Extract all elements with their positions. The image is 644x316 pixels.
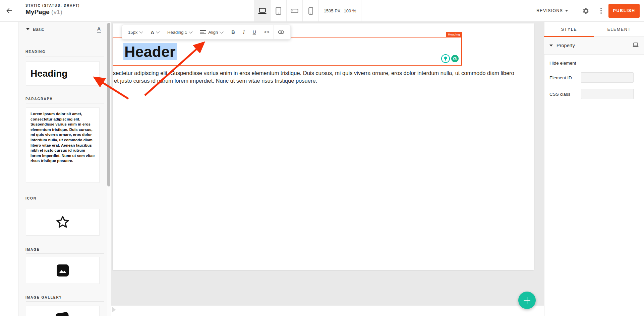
italic-button[interactable]: I	[239, 25, 249, 40]
assistant-badges: G	[441, 54, 459, 63]
widget-card-icon[interactable]	[26, 209, 100, 236]
tab-style[interactable]: STYLE	[544, 22, 594, 37]
widget-label-icon: ICON	[25, 196, 37, 200]
divider	[26, 301, 104, 302]
arrow-left-icon	[6, 8, 13, 14]
more-options-button[interactable]	[595, 0, 607, 21]
chevron-down-icon	[156, 30, 160, 33]
gear-icon	[582, 7, 589, 14]
text-style-dropdown[interactable]: Heading 1	[163, 25, 196, 40]
next-block-strip	[111, 306, 544, 316]
text-color-icon: A	[151, 29, 154, 35]
property-section-header[interactable]: Property	[544, 37, 644, 55]
grammarly-icon[interactable]: G	[451, 54, 459, 63]
chevron-down-icon	[220, 30, 224, 33]
widget-card-image-gallery[interactable]	[26, 306, 100, 316]
widgets-kit-header[interactable]: Basic A	[19, 22, 107, 36]
element-id-input[interactable]	[581, 72, 634, 83]
widget-label-heading: HEADING	[25, 50, 46, 54]
css-class-label: CSS class	[549, 92, 570, 97]
page-name: MyPage	[25, 8, 50, 15]
heading-widget-preview: Heading	[26, 62, 99, 85]
divider	[26, 253, 104, 254]
align-lines-icon	[200, 30, 206, 34]
mobile-landscape-icon	[291, 9, 298, 13]
page-status: STATIC (STATUS: DRAFT)	[25, 4, 80, 7]
inspector-tabs: STYLE ELEMENT	[544, 22, 644, 37]
align-dropdown[interactable]: Align	[196, 25, 227, 40]
lightbulb-glyph	[444, 56, 448, 61]
plus-icon	[527, 297, 527, 304]
caret-down-icon	[565, 10, 568, 12]
image-icon	[56, 264, 69, 277]
divider	[26, 203, 104, 203]
device-mobile-button[interactable]	[303, 0, 319, 21]
device-mobile-landscape-button[interactable]	[287, 0, 303, 21]
heading-text[interactable]: Header	[123, 40, 177, 64]
page-title-block: STATIC (STATUS: DRAFT) MyPage (v1)	[25, 4, 80, 16]
kit-name: Basic	[33, 27, 44, 32]
widget-card-paragraph[interactable]: Lorem ipsum dolor sit amet, consectetur …	[26, 107, 100, 183]
css-class-input[interactable]	[581, 89, 634, 99]
selected-heading-element[interactable]: Heading Header G	[113, 37, 462, 66]
device-scope-icon[interactable]	[633, 43, 639, 49]
widget-label-image: IMAGE	[25, 248, 40, 251]
text-format-toolbar: 15px A Heading 1 Align B I U <>	[122, 25, 291, 40]
page-title: MyPage (v1)	[25, 8, 80, 16]
widget-card-image[interactable]	[26, 257, 100, 284]
viewport-width: 1505 PX	[324, 8, 341, 13]
page-paragraph[interactable]: sectetur adipiscing elit. Suspendisse va…	[113, 69, 514, 84]
widget-label-paragraph: PARAGRAPH	[25, 97, 53, 101]
revisions-dropdown[interactable]: REVISIONS	[528, 0, 576, 21]
typography-icon[interactable]: A	[97, 26, 101, 32]
widget-label-image-gallery: IMAGE GALLERY	[25, 296, 62, 299]
kebab-menu-icon	[600, 8, 602, 14]
editor-window: sectetur adipiscing elit. Suspendisse va…	[0, 0, 644, 316]
text-color-dropdown[interactable]: A	[147, 25, 163, 40]
underline-button[interactable]: U	[249, 25, 260, 40]
code-button[interactable]: <>	[260, 25, 274, 40]
align-label: Align	[208, 30, 218, 35]
tablet-icon	[276, 7, 281, 15]
left-icon-rail	[0, 22, 19, 316]
add-block-button[interactable]	[518, 292, 536, 309]
device-desktop-button[interactable]	[254, 0, 271, 21]
image-gallery-icon	[55, 312, 71, 316]
page-version: (v1)	[51, 8, 62, 15]
font-size-dropdown[interactable]: 15px	[124, 25, 147, 40]
font-size-value: 15px	[128, 30, 137, 35]
star-icon	[55, 215, 70, 230]
expand-chevron-icon[interactable]	[112, 307, 116, 313]
chevron-down-icon	[139, 30, 143, 33]
mobile-icon	[308, 7, 313, 15]
back-button[interactable]	[0, 0, 19, 21]
top-bar-actions: REVISIONS PUBLISH	[528, 0, 644, 21]
link-icon	[278, 30, 284, 34]
element-id-label: Element ID	[549, 75, 572, 80]
caret-down-icon	[26, 28, 30, 30]
sidebar-scrollbar[interactable]	[107, 23, 110, 186]
desktop-icon	[258, 8, 267, 14]
zoom-level: 100 %	[344, 8, 356, 13]
revisions-label: REVISIONS	[536, 8, 563, 13]
divider	[26, 103, 104, 103]
property-section-title: Property	[557, 43, 575, 48]
paragraph-line: et justo cursus id rutrum lorem imperdie…	[114, 77, 514, 85]
publish-button[interactable]: PUBLISH	[608, 4, 640, 18]
widget-card-heading[interactable]: Heading	[26, 61, 100, 86]
device-tablet-button[interactable]	[271, 0, 287, 21]
paragraph-line: sectetur adipiscing elit. Suspendisse va…	[113, 69, 514, 77]
viewport-size-indicator: 1505 PX 100 %	[319, 0, 361, 21]
settings-button[interactable]	[576, 0, 595, 21]
tab-element[interactable]: ELEMENT	[594, 22, 644, 37]
active-tab-underline	[544, 36, 594, 37]
text-style-value: Heading 1	[167, 30, 187, 35]
inspector-panel	[544, 22, 644, 316]
hide-element-label: Hide element	[549, 61, 576, 66]
element-type-badge: Heading	[446, 32, 462, 37]
suggestion-lightbulb-icon[interactable]	[441, 54, 450, 63]
paragraph-widget-preview: Lorem ipsum dolor sit amet, consectetur …	[26, 108, 99, 167]
link-button[interactable]	[274, 25, 288, 40]
divider	[26, 57, 104, 57]
bold-button[interactable]: B	[227, 25, 239, 40]
